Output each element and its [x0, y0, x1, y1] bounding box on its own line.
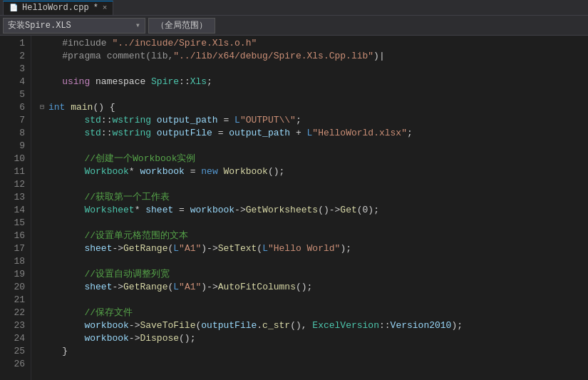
- code-line-5: [40, 88, 588, 101]
- code-area[interactable]: #include "../include/Spire.Xls.o.h" #pra…: [31, 36, 588, 380]
- line-num-8: 8: [9, 127, 25, 140]
- line-num-23: 23: [9, 319, 25, 332]
- dropdown-arrow-icon: ▾: [135, 20, 140, 31]
- line-num-7: 7: [9, 114, 25, 127]
- code-line-17: sheet->GetRange(L"A1")->SetText(L"Hello …: [40, 242, 588, 255]
- code-line-15: [40, 217, 588, 230]
- line-num-18: 18: [9, 255, 25, 268]
- collapse-icon-6[interactable]: ⊟: [40, 101, 47, 114]
- editor: 1 2 3 4 5 6 7 8 9 10 11 12 13 14 15 16 1…: [0, 36, 588, 380]
- tab-filename: HelloWord.cpp: [22, 3, 89, 13]
- code-line-4: using namespace Spire::Xls;: [40, 76, 588, 88]
- code-line-1: #include "../include/Spire.Xls.o.h": [40, 37, 588, 50]
- line-num-21: 21: [9, 294, 25, 307]
- toolbar: 安装Spire.XLS ▾ （全局范围）: [0, 16, 588, 36]
- file-icon: 📄: [9, 4, 18, 12]
- scope-label: （全局范围）: [156, 19, 207, 31]
- line-num-3: 3: [9, 63, 25, 76]
- line-num-19: 19: [9, 268, 25, 281]
- line-num-15: 15: [9, 217, 25, 230]
- line-num-25: 25: [9, 345, 25, 358]
- code-line-7: std::wstring output_path = L"OUTPUT\\";: [40, 114, 588, 127]
- line-num-16: 16: [9, 230, 25, 242]
- code-line-10: //创建一个Workbook实例: [40, 153, 588, 165]
- code-line-6: ⊟int main() {: [40, 101, 588, 114]
- tab-modified: *: [93, 3, 98, 13]
- code-line-2: #pragma comment(lib,"../lib/x64/debug/Sp…: [40, 50, 588, 63]
- line-num-4: 4: [9, 76, 25, 88]
- line-num-12: 12: [9, 178, 25, 191]
- line-num-13: 13: [9, 191, 25, 204]
- code-line-23: workbook->SaveToFile(outputFile.c_str(),…: [40, 319, 588, 332]
- code-line-9: [40, 140, 588, 153]
- code-line-16: //设置单元格范围的文本: [40, 230, 588, 242]
- file-tab[interactable]: 📄 HelloWord.cpp* ×: [3, 1, 113, 15]
- code-line-21: [40, 294, 588, 307]
- line-num-17: 17: [9, 242, 25, 255]
- line-num-24: 24: [9, 332, 25, 345]
- code-line-24: workbook->Dispose();: [40, 332, 588, 345]
- code-line-20: sheet->GetRange(L"A1")->AutoFitColumns()…: [40, 281, 588, 294]
- line-num-11: 11: [9, 165, 25, 178]
- line-num-26: 26: [9, 358, 25, 371]
- code-line-25: }: [40, 345, 588, 358]
- code-line-19: //设置自动调整列宽: [40, 268, 588, 281]
- code-line-11: Workbook* workbook = new Workbook();: [40, 165, 588, 178]
- line-num-2: 2: [9, 50, 25, 63]
- code-line-14: Worksheet* sheet = workbook->GetWorkshee…: [40, 204, 588, 217]
- line-num-5: 5: [9, 88, 25, 101]
- dropdown-label: 安装Spire.XLS: [8, 19, 71, 31]
- scope-dropdown[interactable]: （全局范围）: [148, 18, 215, 34]
- line-num-14: 14: [9, 204, 25, 217]
- line-num-20: 20: [9, 281, 25, 294]
- line-num-6: 6: [9, 101, 25, 114]
- line-num-22: 22: [9, 307, 25, 319]
- line-num-10: 10: [9, 153, 25, 165]
- code-line-12: [40, 178, 588, 191]
- line-numbers: 1 2 3 4 5 6 7 8 9 10 11 12 13 14 15 16 1…: [0, 36, 31, 380]
- code-line-26: [40, 358, 588, 371]
- line-num-1: 1: [9, 37, 25, 50]
- file-dropdown[interactable]: 安装Spire.XLS ▾: [3, 18, 145, 34]
- code-line-13: //获取第一个工作表: [40, 191, 588, 204]
- code-line-8: std::wstring outputFile = output_path + …: [40, 127, 588, 140]
- code-line-3: [40, 63, 588, 76]
- title-bar: 📄 HelloWord.cpp* ×: [0, 0, 588, 16]
- code-line-22: //保存文件: [40, 307, 588, 319]
- tab-close-button[interactable]: ×: [103, 4, 108, 12]
- code-line-18: [40, 255, 588, 268]
- line-num-9: 9: [9, 140, 25, 153]
